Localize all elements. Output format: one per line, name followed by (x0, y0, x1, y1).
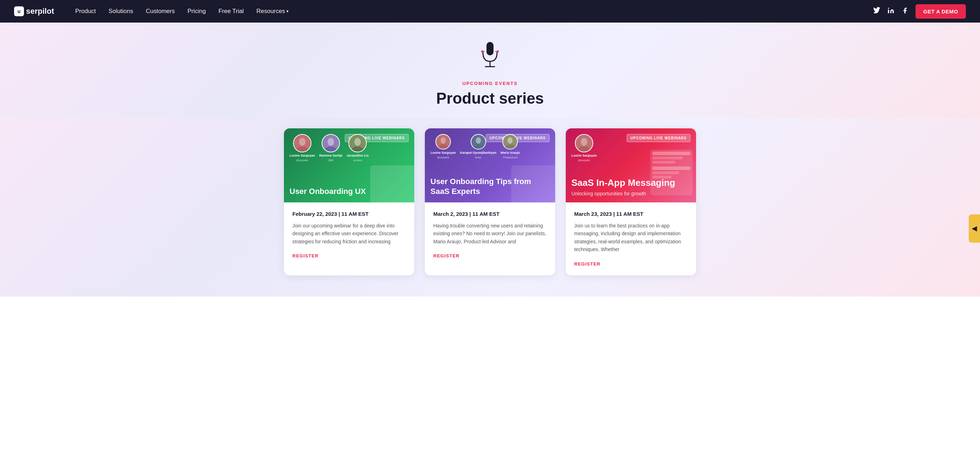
card-2-description: Having trouble converting new users and … (433, 222, 547, 245)
card-3-description: Join us to learn the best practices on i… (574, 222, 687, 254)
svg-point-0 (888, 7, 889, 8)
mic-icon (14, 40, 966, 74)
nav-product[interactable]: Product (75, 8, 96, 15)
card-3-image: UPCOMING LIVE WEBINARS Lusine Sargsyan @… (566, 128, 696, 202)
card-3-date: March 23, 2023 | 11 AM EST (574, 211, 687, 217)
svg-point-15 (355, 138, 361, 145)
facebook-icon[interactable] (902, 7, 908, 16)
logo[interactable]: u serpilot (14, 6, 54, 16)
nav-free-trial[interactable]: Free Trial (218, 8, 244, 15)
nav-links: Product Solutions Customers Pricing Free… (75, 8, 873, 15)
svg-point-27 (581, 138, 587, 145)
svg-point-9 (299, 138, 305, 145)
speaker-avatar-lusine-1 (293, 134, 312, 152)
card-3-content: March 23, 2023 | 11 AM EST Join us to le… (566, 202, 696, 275)
speaker-ramona: Ramona Sartipi IBM (319, 134, 342, 162)
card-1-speakers: Lusine Sargsyan @serpilot Ramona Sartipi… (290, 134, 369, 162)
nav-customers[interactable]: Customers (146, 8, 175, 15)
speaker-name-lusine-1: Lusine Sargsyan (290, 154, 315, 157)
speaker-company-lusine-1: @serpilot (296, 159, 308, 162)
side-tab[interactable]: ◀ (969, 214, 980, 243)
speaker-avatar-lusine-2 (435, 134, 451, 150)
card-1-register[interactable]: REGISTER (293, 253, 318, 259)
card-1-date: February 22, 2023 | 11 AM EST (293, 211, 406, 217)
nav-solutions[interactable]: Solutions (108, 8, 133, 15)
speaker-company-ramona: IBM (328, 159, 333, 162)
chevron-down-icon: ▾ (286, 9, 288, 14)
speaker-company-jacqueline: ecobes (353, 159, 362, 162)
hero-title: Product series (14, 89, 966, 107)
speaker-avatar-karapet (471, 134, 486, 150)
section-label: UPCOMING EVENTS (14, 81, 966, 86)
card-3-badge: UPCOMING LIVE WEBINARS (627, 134, 690, 142)
navbar: u serpilot Product Solutions Customers P… (0, 0, 980, 22)
nav-resources-label: Resources (256, 8, 285, 15)
speaker-jacqueline: Jacqueline Liu ecobes (347, 134, 369, 162)
svg-point-21 (476, 137, 481, 144)
svg-point-24 (508, 137, 513, 144)
social-icons (873, 7, 908, 16)
card-2-register[interactable]: REGISTER (433, 253, 459, 259)
speaker-avatar-jacqueline (348, 134, 367, 152)
get-demo-button[interactable]: GET A DEMO (916, 4, 966, 19)
speaker-avatar-lusine-3 (575, 134, 593, 152)
speaker-name-lusine-3: Lusine Sargsyan (571, 154, 597, 157)
speaker-avatar-ramona (321, 134, 340, 152)
speaker-name-jacqueline: Jacqueline Liu (347, 154, 369, 157)
logo-text: serpilot (26, 7, 54, 16)
card-2-date: March 2, 2023 | 11 AM EST (433, 211, 547, 217)
card-1-image: UPCOMING LIVE WEBINARS Lusine Sargsyan @… (284, 128, 414, 202)
speaker-avatar-mario (502, 134, 518, 150)
webinar-card-1: UPCOMING LIVE WEBINARS Lusine Sargsyan @… (284, 128, 414, 275)
card-2-image: UPCOMING LIVE WEBINARS Lusine Sargsyan @… (425, 128, 555, 202)
svg-rect-1 (487, 42, 493, 55)
card-1-description: Join our upcoming webinar for a deep div… (293, 222, 406, 245)
speaker-lusine-3: Lusine Sargsyan @serpilot (571, 134, 597, 162)
webinar-card-2: UPCOMING LIVE WEBINARS Lusine Sargsyan @… (425, 128, 555, 275)
card-1-content: February 22, 2023 | 11 AM EST Join our u… (284, 202, 414, 267)
hero-section: UPCOMING EVENTS Product series (0, 22, 980, 118)
card-3-speakers: Lusine Sargsyan @serpilot (571, 134, 597, 162)
card-3-register[interactable]: REGISTER (574, 261, 600, 267)
svg-point-18 (441, 137, 446, 144)
cards-section: UPCOMING LIVE WEBINARS Lusine Sargsyan @… (0, 118, 980, 297)
speaker-name-ramona: Ramona Sartipi (319, 154, 342, 157)
webinar-card-3: UPCOMING LIVE WEBINARS Lusine Sargsyan @… (566, 128, 696, 275)
twitter-icon[interactable] (873, 7, 880, 16)
side-tab-arrow-icon: ◀ (972, 225, 977, 232)
nav-resources[interactable]: Resources ▾ (256, 8, 288, 15)
logo-icon: u (14, 6, 24, 16)
linkedin-icon[interactable] (887, 7, 894, 16)
nav-pricing[interactable]: Pricing (188, 8, 206, 15)
card-2-content: March 2, 2023 | 11 AM EST Having trouble… (425, 202, 555, 267)
speaker-lusine-1: Lusine Sargsyan @serpilot (290, 134, 315, 162)
svg-point-12 (328, 138, 334, 145)
